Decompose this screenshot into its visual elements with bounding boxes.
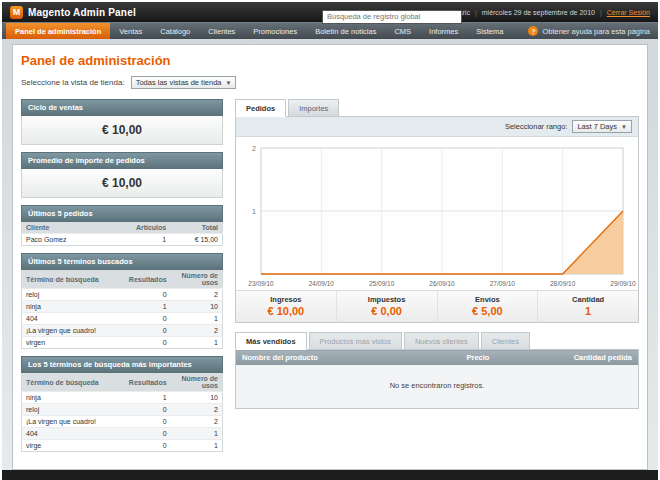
range-selected: Last 7 Days: [577, 122, 617, 131]
main-nav-list: Panel de administraciónVentasCatálogoCli…: [6, 23, 512, 39]
table-header-row: Término de búsquedaResultadosNúmero de u…: [22, 373, 223, 392]
total-label: Impuestos: [337, 295, 437, 304]
nav-item-clientes[interactable]: Clientes: [199, 23, 244, 39]
top-search-terms-panel: Los 5 términos de búsqueda más important…: [21, 356, 223, 452]
nav-item-ventas[interactable]: Ventas: [110, 23, 151, 39]
table-cell: 1: [171, 313, 223, 325]
total-label: Ingresos: [236, 295, 336, 304]
column-header-termino-de-busqueda: Término de búsqueda: [22, 270, 125, 289]
table-cell: virge: [22, 440, 125, 452]
page-help-link[interactable]: ? Obtener ayuda para esta página: [528, 23, 654, 39]
store-view-selected: Todas las vistas de tienda: [136, 78, 222, 87]
panel-title: Los 5 términos de búsqueda más important…: [21, 356, 223, 373]
tab-productos-mas-vistos: Productos más vistos: [309, 332, 402, 350]
dashboard-columns: Ciclo de ventas € 10,00 Promedio de impo…: [21, 99, 639, 459]
current-date: miércoles 29 de septiembre de 2010: [482, 9, 595, 16]
table-row: reloj02: [22, 404, 223, 416]
total-label: Envíos: [438, 295, 538, 304]
svg-text:26/09/10: 26/09/10: [429, 280, 455, 287]
nav-item-cms[interactable]: CMS: [385, 23, 420, 39]
table-cell: 1: [125, 392, 171, 404]
last-orders-table: ClienteArtículosTotalPaco Gomez1€ 15,00: [21, 222, 223, 246]
column-header-numero-de-usos: Número de usos: [171, 270, 223, 289]
panel-title: Últimos 5 pedidos: [21, 205, 223, 222]
global-search: [322, 5, 462, 24]
range-bar: Seleccionar rango: Last 7 Days ▼: [236, 117, 638, 137]
svg-text:24/09/10: 24/09/10: [309, 280, 335, 287]
table-header-row: Término de búsquedaResultadosNúmero de u…: [22, 270, 223, 289]
grid-tabs: Más vendidosProductos más vistosNuevos c…: [235, 332, 639, 350]
table-cell: € 15,00: [170, 234, 222, 246]
separator: |: [600, 9, 602, 16]
global-search-input[interactable]: [322, 10, 462, 24]
table-cell: 0: [125, 428, 171, 440]
table-cell: 2: [171, 325, 223, 337]
svg-text:25/09/10: 25/09/10: [369, 280, 395, 287]
empty-row: No se encontraron registros.: [236, 365, 639, 409]
table-cell: 10: [171, 301, 223, 313]
table-cell: 1: [171, 440, 223, 452]
last-search-terms-table: Término de búsquedaResultadosNúmero de u…: [21, 270, 223, 349]
table-cell: 0: [125, 416, 171, 428]
table-row: virge01: [22, 440, 223, 452]
chart-tabs: PedidosImportes: [235, 99, 639, 117]
table-header-row: ClienteArtículosTotal: [22, 222, 223, 234]
total-value: € 0,00: [337, 305, 437, 317]
dashboard-sidebar: Ciclo de ventas € 10,00 Promedio de impo…: [21, 99, 223, 459]
table-cell: 1: [126, 234, 170, 246]
table-row: Paco Gomez1€ 15,00: [22, 234, 223, 246]
total-value: 1: [538, 305, 638, 317]
column-header-cliente: Cliente: [22, 222, 127, 234]
store-view-select[interactable]: Todas las vistas de tienda ▼: [131, 76, 237, 89]
brand-title: Magento Admin Panel: [28, 7, 136, 18]
tab-pedidos[interactable]: Pedidos: [235, 99, 286, 117]
table-cell: 404: [22, 313, 125, 325]
table-cell: 0: [125, 289, 171, 301]
table-row: ninja110: [22, 392, 223, 404]
nav-item-promociones[interactable]: Promociones: [244, 23, 306, 39]
column-header-cantidad-pedida: Cantidad pedida: [551, 350, 639, 366]
orders-chart: 1223/09/1024/09/1025/09/1026/09/1027/09/…: [237, 140, 637, 290]
column-header-articulos: Artículos: [126, 222, 170, 234]
table-cell: 404: [22, 428, 125, 440]
chevron-down-icon: ▼: [226, 80, 232, 86]
nav-item-boletin-de-noticias[interactable]: Boletín de noticias: [306, 23, 385, 39]
chevron-down-icon: ▼: [621, 124, 627, 130]
average-orders-panel: Promedio de importe de pedidos € 10,00: [21, 152, 223, 198]
table-cell: reloj: [22, 404, 125, 416]
panel-title: Ciclo de ventas: [21, 99, 223, 116]
table-cell: 1: [171, 428, 223, 440]
table-cell: 1: [171, 337, 223, 349]
last-orders-panel: Últimos 5 pedidos ClienteArtículosTotalP…: [21, 205, 223, 246]
table-cell: 2: [171, 404, 223, 416]
range-label: Seleccionar rango:: [505, 122, 568, 131]
table-cell: 10: [171, 392, 223, 404]
logout-link[interactable]: Cerrar Sesión: [607, 9, 650, 16]
tab-mas-vendidos[interactable]: Más vendidos: [235, 332, 307, 350]
column-header-resultados: Resultados: [125, 270, 171, 289]
table-cell: reloj: [22, 289, 125, 301]
table-row: ¡La virgen que cuadro!02: [22, 325, 223, 337]
total-cantidad: Cantidad1: [537, 291, 638, 322]
table-header-row: Nombre del productoPrecioCantidad pedida: [236, 350, 639, 366]
panel-title: Promedio de importe de pedidos: [21, 152, 223, 169]
svg-text:28/09/10: 28/09/10: [550, 280, 576, 287]
help-icon: ?: [528, 26, 538, 36]
panel-title: Últimos 5 términos buscados: [21, 253, 223, 270]
tab-importes[interactable]: Importes: [288, 99, 339, 117]
content: Panel de administración Seleccione la vi…: [12, 44, 648, 470]
magento-admin-window: M Magento Admin Panel Accedió como apari…: [2, 2, 658, 478]
table-cell: 2: [171, 289, 223, 301]
lifetime-sales-panel: Ciclo de ventas € 10,00: [21, 99, 223, 145]
table-cell: ¡La virgen que cuadro!: [22, 416, 125, 428]
total-label: Cantidad: [538, 295, 638, 304]
column-header-total: Total: [170, 222, 222, 234]
nav-item-sistema[interactable]: Sistema: [467, 23, 512, 39]
column-header-nombre-del-producto: Nombre del producto: [236, 350, 461, 366]
store-switcher: Seleccione la vista de tienda: Todas las…: [21, 76, 639, 89]
range-select[interactable]: Last 7 Days ▼: [572, 120, 632, 133]
nav-item-catalogo[interactable]: Catálogo: [151, 23, 199, 39]
nav-item-informes[interactable]: Informes: [420, 23, 467, 39]
table-cell: 0: [125, 440, 171, 452]
nav-item-panel-de-administracion[interactable]: Panel de administración: [6, 23, 110, 39]
